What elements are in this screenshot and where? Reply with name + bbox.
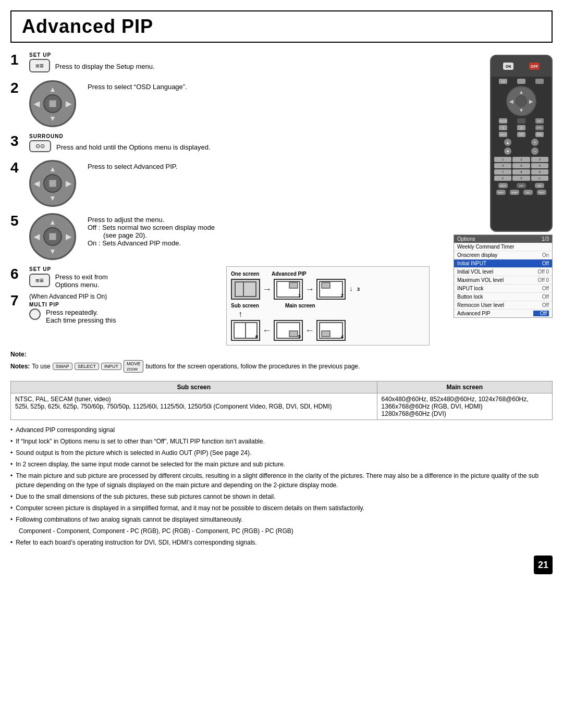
page-number: 21 [534,556,553,574]
bullet-dot-1: • [10,437,13,446]
table-col2-header: Main screen [377,381,552,393]
right-column: ON OFF N-R ▲ ▼ ◀ ▶ [438,52,553,318]
remote-numpad: 1 2 3 4 5 6 7 8 9 C 0 -/-- [494,157,548,181]
rm-ch[interactable]: CH [517,132,525,137]
rm-pol-size[interactable]: POL/SZ [499,118,507,124]
pip-num-3: 3 [357,287,360,292]
rm-down[interactable]: ▼ [504,147,511,155]
step-5: 5 ▲ ▼ ◀ ▶ [10,213,430,260]
setup-button-6[interactable]: ≡ [29,274,50,287]
rm-num-1[interactable]: 1 [494,157,511,162]
dpad-up-5[interactable]: ▲ [49,218,56,226]
screen4-icon [319,322,344,339]
dpad-right-4[interactable]: ▶ [66,179,71,188]
step-1: 1 SET UP ≡ Press to display the Setup me… [10,52,430,74]
bullet-text-3: In 2 screen display, the same input mode… [16,460,285,469]
dpad-center-2[interactable] [43,94,62,113]
rdpad-left[interactable]: ◀ [509,98,513,104]
rm-multipip[interactable]: MPIP [496,190,506,195]
bullet-text-5: Due to the small dimensions of the sub p… [16,492,275,501]
setup-button-1[interactable]: ≡ [29,59,50,72]
rm-vol[interactable]: VOL [535,132,544,137]
dpad-right-5[interactable]: ▶ [66,232,71,241]
select-btn[interactable]: SELECT [75,363,99,370]
rm-timer[interactable]: TMR [535,183,544,188]
pip-num-2: 2 [341,293,344,298]
options-val-5: Off [533,286,549,291]
surround-label: SURROUND [29,133,430,139]
rm-num-6[interactable]: 6 [531,163,548,168]
rm-num-2[interactable]: 2 [512,157,530,162]
move-btn[interactable]: MOVEZOOM [124,360,144,373]
rm-setup[interactable]: SET [535,118,544,124]
rdpad-center[interactable] [516,95,527,107]
rm-1[interactable]: 1 [499,125,507,130]
bullet-text-9: Refer to each board’s operating instruct… [16,538,256,547]
dpad-left-2[interactable]: ◀ [34,100,40,108]
dpad-left-4[interactable]: ◀ [34,179,40,188]
rm-move[interactable]: MOV [537,190,546,195]
notes-row: Notes: To use SWAP SELECT INPUT MOVEZOOM… [10,360,430,373]
rm-up[interactable]: ▲ [504,139,511,146]
rm-num-dash[interactable]: -/-- [531,176,548,181]
rm-3pc[interactable]: 3 PC [535,125,544,130]
rm-surround[interactable]: SRD [517,183,526,188]
page-title: Advanced PIP [22,16,153,37]
bullet-dot-2: • [10,448,13,458]
dpad-down-4[interactable]: ▼ [49,194,56,202]
dpad-down-5[interactable]: ▼ [49,247,56,255]
rdpad-right[interactable]: ▶ [529,98,533,104]
rm-num-4[interactable]: 4 [494,163,511,168]
rdpad-up[interactable]: ▲ [519,89,524,95]
options-page: 1/3 [542,236,549,242]
remote-on-btn[interactable]: ON [503,63,513,70]
rm-btn-2[interactable] [517,79,525,84]
swap-btn[interactable]: SWAP [53,363,72,370]
rm-select[interactable]: SEL [523,190,533,195]
rm-num-8[interactable]: 8 [512,169,530,175]
note-suffix: buttons for the screen operations, follo… [145,363,360,370]
rm-swap[interactable]: SWAP [510,190,519,195]
step-7: 7 (When Advanced PIP is On) MULTI PIP Pr… [10,293,221,324]
options-val-0 [533,244,549,250]
rm-num-c[interactable]: C [494,176,511,181]
svg-rect-0 [235,282,256,297]
surround-button[interactable]: ⊙⊙ [29,140,51,152]
pip-screen-6: 6 [231,320,260,341]
options-label-2: Initial INPUT [457,261,486,266]
rm-num-0[interactable]: 0 [512,176,530,181]
step-5-num: 5 [10,213,25,229]
dpad-left-5[interactable]: ◀ [34,232,40,241]
step-2-num: 2 [10,80,25,96]
rm-plus[interactable]: + [531,139,538,146]
dpad-up-2[interactable]: ▲ [49,85,56,93]
options-row-2-highlighted[interactable]: Initial INPUT Off [454,260,552,268]
bullet-text-8: Component - Component, Component - PC (R… [19,527,293,535]
step-3-text: Press and hold until the Options menu is… [56,143,211,151]
dpad-down-2[interactable]: ▼ [49,114,56,122]
rm-pip[interactable] [517,118,525,124]
rm-aspect[interactable]: ASPT [498,183,508,188]
rm-btn-1[interactable]: N-R [499,79,507,84]
pip-arrow-6-5: ← [262,325,272,336]
rm-num-7[interactable]: 7 [494,169,511,175]
dpad-center-4[interactable] [43,174,62,193]
dpad-center-5[interactable] [43,227,62,246]
bullet-dot-7: • [10,515,13,524]
bullet-text-6: Computer screen picture is displayed in … [16,503,364,513]
rm-num-9[interactable]: 9 [531,169,548,175]
bullet-dot-6: • [10,503,13,513]
rm-num-3[interactable]: 3 [531,157,548,162]
rm-btn-r[interactable] [535,79,544,84]
bullet-text-7: Following combinations of two analog sig… [16,515,242,524]
input-btn[interactable]: INPUT [101,363,121,370]
dpad-right-2[interactable]: ▶ [66,100,71,108]
rm-minus[interactable]: − [531,147,538,155]
rm-input[interactable]: INPUT [499,132,507,137]
rm-num-5[interactable]: 5 [512,163,530,168]
multipip-button[interactable] [29,309,41,320]
rm-2[interactable]: 2 [517,125,525,130]
remote-off-btn[interactable]: OFF [529,63,540,70]
dpad-up-4[interactable]: ▲ [49,165,56,173]
rdpad-down[interactable]: ▼ [519,107,524,113]
